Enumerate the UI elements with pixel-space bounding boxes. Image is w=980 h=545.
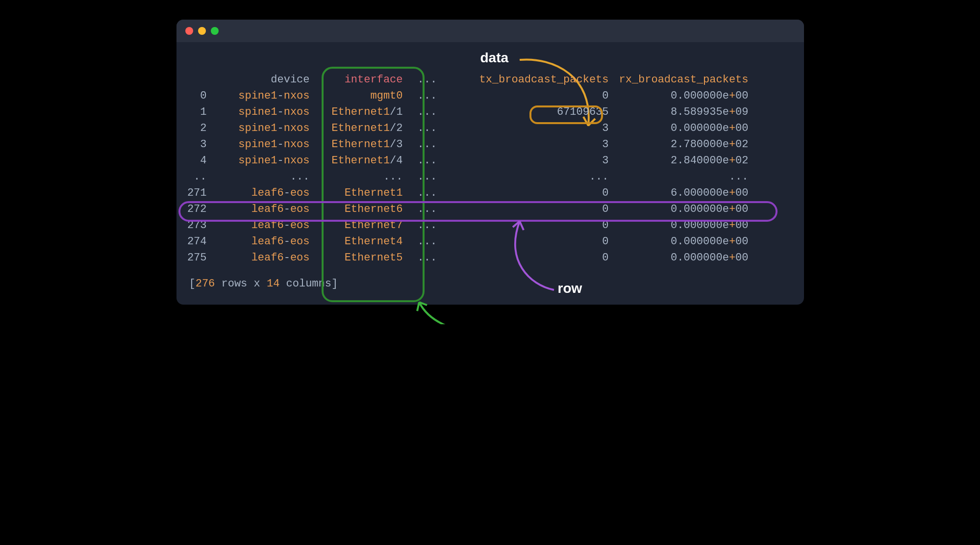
top-annotation-area: data [176,42,804,72]
arrow-column [414,297,483,324]
cell-rx: 0.000000e+00 [609,250,763,266]
cell-interface: Ethernet5 [310,250,408,266]
cell-rx: 0.000000e+00 [609,217,763,234]
table-row: 2spine1-nxosEthernet1/2...30.000000e+00 [182,120,763,136]
cell-tx: 0 [447,217,609,234]
row-index: 0 [182,88,217,104]
cell-ellipsis: ... [408,217,447,234]
row-index: 4 [182,153,217,169]
annotation-label-data: data [480,50,509,66]
cell-device: ... [217,169,310,185]
cell-tx: 0 [447,88,609,104]
row-index: 272 [182,201,217,217]
cell-device: spine1-nxos [217,153,310,169]
cell-tx: 0 [447,234,609,250]
cell-interface: ... [310,169,408,185]
cell-ellipsis: ... [408,250,447,266]
window-zoom-button[interactable] [211,27,219,35]
cell-tx: 3 [447,120,609,136]
cell-interface: Ethernet1/1 [310,104,408,120]
window-minimize-button[interactable] [198,27,206,35]
cell-ellipsis: ... [408,234,447,250]
table-row: 3spine1-nxosEthernet1/3...32.780000e+02 [182,136,763,153]
cell-device: leaf6-eos [217,250,310,266]
row-index: 275 [182,250,217,266]
cell-ellipsis: ... [408,104,447,120]
shape-footer: [276 rows x 14 columns] [176,266,804,290]
col-header-rx: rx_broadcast_packets [609,72,763,88]
cell-rx: 6.000000e+00 [609,185,763,201]
cell-device: leaf6-eos [217,234,310,250]
row-index: .. [182,169,217,185]
window-close-button[interactable] [185,27,193,35]
cell-interface: Ethernet7 [310,217,408,234]
cell-interface: mgmt0 [310,88,408,104]
cell-ellipsis: ... [408,120,447,136]
cell-device: spine1-nxos [217,104,310,120]
cell-tx: 3 [447,153,609,169]
cell-tx: ... [447,169,609,185]
cell-ellipsis: ... [408,201,447,217]
cell-interface: Ethernet4 [310,234,408,250]
cell-tx: 67109635 [447,104,609,120]
dataframe-table: device interface ... tx_broadcast_packet… [182,72,763,266]
cell-tx: 0 [447,250,609,266]
cell-rx: 2.840000e+02 [609,153,763,169]
row-index: 2 [182,120,217,136]
cell-rx: ... [609,169,763,185]
cell-rx: 2.780000e+02 [609,136,763,153]
header-row: device interface ... tx_broadcast_packet… [182,72,763,88]
table-row: 4spine1-nxosEthernet1/4...32.840000e+02 [182,153,763,169]
cell-interface: Ethernet1/3 [310,136,408,153]
cell-rx: 0.000000e+00 [609,88,763,104]
cell-ellipsis: ... [408,169,447,185]
col-header-device: device [217,72,310,88]
cell-rx: 0.000000e+00 [609,201,763,217]
cell-tx: 3 [447,136,609,153]
table-row: 274leaf6-eosEthernet4...00.000000e+00 [182,234,763,250]
table-row: 271leaf6-eosEthernet1...06.000000e+00 [182,185,763,201]
cell-rx: 0.000000e+00 [609,234,763,250]
cell-device: leaf6-eos [217,201,310,217]
row-index: 274 [182,234,217,250]
row-index: 271 [182,185,217,201]
cell-device: spine1-nxos [217,120,310,136]
table-row: 0spine1-nxosmgmt0...00.000000e+00 [182,88,763,104]
cell-ellipsis: ... [408,136,447,153]
cell-rx: 0.000000e+00 [609,120,763,136]
table-row: 275leaf6-eosEthernet5...00.000000e+00 [182,250,763,266]
cell-device: leaf6-eos [217,217,310,234]
cell-rx: 8.589935e+09 [609,104,763,120]
col-header-tx: tx_broadcast_packets [447,72,609,88]
cell-device: leaf6-eos [217,185,310,201]
cell-device: spine1-nxos [217,88,310,104]
cell-tx: 0 [447,185,609,201]
cell-interface: Ethernet1 [310,185,408,201]
cell-interface: Ethernet1/2 [310,120,408,136]
cell-device: spine1-nxos [217,136,310,153]
dataframe-output: device interface ... tx_broadcast_packet… [176,72,804,305]
row-index: 273 [182,217,217,234]
table-row: ................. [182,169,763,185]
row-index: 3 [182,136,217,153]
row-index: 1 [182,104,217,120]
col-header-ellipsis: ... [408,72,447,88]
cell-ellipsis: ... [408,153,447,169]
cell-ellipsis: ... [408,88,447,104]
cell-interface: Ethernet1/4 [310,153,408,169]
table-row: 1spine1-nxosEthernet1/1...671096358.5899… [182,104,763,120]
annotation-label-row: row [558,281,582,296]
terminal-window: data device interface ... tx_broadcast_p… [176,20,804,305]
col-header-interface: interface [310,72,408,88]
cell-tx: 0 [447,201,609,217]
window-titlebar [176,20,804,42]
table-row: 272leaf6-eosEthernet6...00.000000e+00 [182,201,763,217]
table-row: 273leaf6-eosEthernet7...00.000000e+00 [182,217,763,234]
cell-ellipsis: ... [408,185,447,201]
cell-interface: Ethernet6 [310,201,408,217]
annotation-label-column: column [480,323,529,324]
